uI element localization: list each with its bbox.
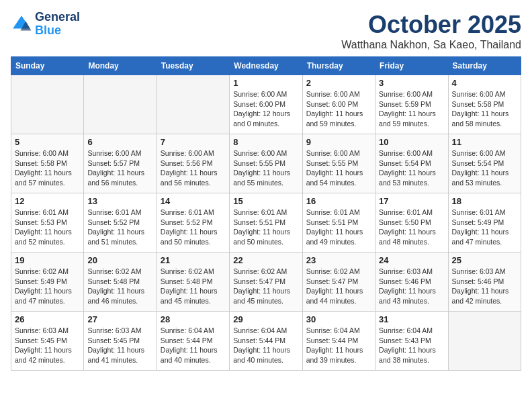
header: General Blue October 2025 Watthana Nakho… bbox=[11, 11, 521, 51]
day-cell: 16Sunrise: 6:01 AMSunset: 5:51 PMDayligh… bbox=[302, 193, 375, 253]
weekday-header-row: SundayMondayTuesdayWednesdayThursdayFrid… bbox=[11, 57, 521, 75]
day-number: 12 bbox=[15, 196, 80, 206]
day-info: Sunrise: 6:00 AMSunset: 6:00 PMDaylight:… bbox=[306, 89, 371, 129]
day-info: Sunrise: 6:00 AMSunset: 5:55 PMDaylight:… bbox=[306, 148, 371, 188]
day-number: 7 bbox=[161, 137, 226, 147]
day-cell bbox=[84, 75, 157, 134]
day-cell: 2Sunrise: 6:00 AMSunset: 6:00 PMDaylight… bbox=[302, 75, 375, 134]
day-cell: 8Sunrise: 6:00 AMSunset: 5:55 PMDaylight… bbox=[230, 134, 302, 193]
day-cell bbox=[448, 312, 521, 371]
day-info: Sunrise: 6:03 AMSunset: 5:45 PMDaylight:… bbox=[87, 326, 152, 365]
day-cell: 27Sunrise: 6:03 AMSunset: 5:45 PMDayligh… bbox=[84, 312, 157, 371]
day-number: 23 bbox=[306, 255, 371, 265]
day-info: Sunrise: 6:04 AMSunset: 5:44 PMDaylight:… bbox=[233, 326, 298, 365]
day-cell: 5Sunrise: 6:00 AMSunset: 5:58 PMDaylight… bbox=[11, 134, 84, 193]
day-number: 25 bbox=[452, 255, 517, 265]
logo-blue: Blue bbox=[35, 24, 80, 38]
day-cell: 1Sunrise: 6:00 AMSunset: 6:00 PMDaylight… bbox=[230, 75, 302, 134]
day-info: Sunrise: 6:00 AMSunset: 5:59 PMDaylight:… bbox=[379, 89, 444, 129]
day-number: 27 bbox=[87, 314, 152, 324]
day-number: 24 bbox=[379, 255, 444, 265]
day-cell: 6Sunrise: 6:00 AMSunset: 5:57 PMDaylight… bbox=[84, 134, 157, 193]
day-info: Sunrise: 6:03 AMSunset: 5:46 PMDaylight:… bbox=[379, 267, 444, 306]
day-number: 1 bbox=[233, 78, 298, 88]
day-cell: 24Sunrise: 6:03 AMSunset: 5:46 PMDayligh… bbox=[375, 253, 448, 312]
day-cell: 23Sunrise: 6:02 AMSunset: 5:47 PMDayligh… bbox=[302, 253, 375, 312]
day-number: 26 bbox=[15, 314, 80, 324]
day-cell: 9Sunrise: 6:00 AMSunset: 5:55 PMDaylight… bbox=[302, 134, 375, 193]
day-number: 11 bbox=[452, 137, 517, 147]
day-number: 8 bbox=[233, 137, 298, 147]
day-info: Sunrise: 6:00 AMSunset: 5:57 PMDaylight:… bbox=[87, 148, 152, 188]
logo-general: General bbox=[35, 11, 80, 24]
day-info: Sunrise: 6:04 AMSunset: 5:44 PMDaylight:… bbox=[161, 326, 226, 365]
logo-text: General Blue bbox=[35, 11, 80, 38]
weekday-header-friday: Friday bbox=[375, 57, 448, 75]
day-info: Sunrise: 6:01 AMSunset: 5:52 PMDaylight:… bbox=[87, 208, 152, 247]
day-cell: 18Sunrise: 6:01 AMSunset: 5:49 PMDayligh… bbox=[448, 193, 521, 253]
day-info: Sunrise: 6:00 AMSunset: 5:55 PMDaylight:… bbox=[233, 148, 298, 188]
day-number: 31 bbox=[379, 314, 444, 324]
day-info: Sunrise: 6:01 AMSunset: 5:53 PMDaylight:… bbox=[15, 208, 80, 247]
day-cell: 22Sunrise: 6:02 AMSunset: 5:47 PMDayligh… bbox=[230, 253, 302, 312]
day-number: 2 bbox=[306, 78, 371, 88]
calendar: SundayMondayTuesdayWednesdayThursdayFrid… bbox=[11, 56, 521, 371]
day-number: 4 bbox=[452, 78, 517, 88]
day-number: 21 bbox=[161, 255, 226, 265]
day-cell: 26Sunrise: 6:03 AMSunset: 5:45 PMDayligh… bbox=[11, 312, 84, 371]
week-row-1: 1Sunrise: 6:00 AMSunset: 6:00 PMDaylight… bbox=[11, 75, 521, 134]
day-cell: 10Sunrise: 6:00 AMSunset: 5:54 PMDayligh… bbox=[375, 134, 448, 193]
day-info: Sunrise: 6:02 AMSunset: 5:48 PMDaylight:… bbox=[87, 267, 152, 306]
day-info: Sunrise: 6:00 AMSunset: 6:00 PMDaylight:… bbox=[233, 89, 298, 129]
day-info: Sunrise: 6:00 AMSunset: 5:56 PMDaylight:… bbox=[161, 148, 226, 188]
day-number: 6 bbox=[87, 137, 152, 147]
day-cell: 11Sunrise: 6:00 AMSunset: 5:54 PMDayligh… bbox=[448, 134, 521, 193]
day-number: 20 bbox=[87, 255, 152, 265]
day-number: 14 bbox=[161, 196, 226, 206]
day-cell: 19Sunrise: 6:02 AMSunset: 5:49 PMDayligh… bbox=[11, 253, 84, 312]
day-cell: 12Sunrise: 6:01 AMSunset: 5:53 PMDayligh… bbox=[11, 193, 84, 253]
day-info: Sunrise: 6:03 AMSunset: 5:46 PMDaylight:… bbox=[452, 267, 517, 306]
day-info: Sunrise: 6:01 AMSunset: 5:50 PMDaylight:… bbox=[379, 208, 444, 247]
day-cell: 14Sunrise: 6:01 AMSunset: 5:52 PMDayligh… bbox=[157, 193, 229, 253]
day-info: Sunrise: 6:03 AMSunset: 5:45 PMDaylight:… bbox=[15, 326, 80, 365]
week-row-5: 26Sunrise: 6:03 AMSunset: 5:45 PMDayligh… bbox=[11, 312, 521, 371]
day-cell: 20Sunrise: 6:02 AMSunset: 5:48 PMDayligh… bbox=[84, 253, 157, 312]
day-cell: 25Sunrise: 6:03 AMSunset: 5:46 PMDayligh… bbox=[448, 253, 521, 312]
month-title: October 2025 bbox=[341, 11, 521, 39]
day-info: Sunrise: 6:04 AMSunset: 5:43 PMDaylight:… bbox=[379, 326, 444, 365]
day-number: 3 bbox=[379, 78, 444, 88]
weekday-header-tuesday: Tuesday bbox=[157, 57, 229, 75]
day-info: Sunrise: 6:01 AMSunset: 5:52 PMDaylight:… bbox=[161, 208, 226, 247]
day-cell: 21Sunrise: 6:02 AMSunset: 5:48 PMDayligh… bbox=[157, 253, 229, 312]
day-cell: 4Sunrise: 6:00 AMSunset: 5:58 PMDaylight… bbox=[448, 75, 521, 134]
day-number: 9 bbox=[306, 137, 371, 147]
day-cell: 7Sunrise: 6:00 AMSunset: 5:56 PMDaylight… bbox=[157, 134, 229, 193]
day-info: Sunrise: 6:01 AMSunset: 5:51 PMDaylight:… bbox=[306, 208, 371, 247]
day-cell: 13Sunrise: 6:01 AMSunset: 5:52 PMDayligh… bbox=[84, 193, 157, 253]
day-info: Sunrise: 6:00 AMSunset: 5:54 PMDaylight:… bbox=[452, 148, 517, 188]
day-info: Sunrise: 6:01 AMSunset: 5:49 PMDaylight:… bbox=[452, 208, 517, 247]
day-cell: 29Sunrise: 6:04 AMSunset: 5:44 PMDayligh… bbox=[230, 312, 302, 371]
day-number: 16 bbox=[306, 196, 371, 206]
day-number: 22 bbox=[233, 255, 298, 265]
day-cell: 30Sunrise: 6:04 AMSunset: 5:44 PMDayligh… bbox=[302, 312, 375, 371]
day-cell: 15Sunrise: 6:01 AMSunset: 5:51 PMDayligh… bbox=[230, 193, 302, 253]
day-info: Sunrise: 6:02 AMSunset: 5:47 PMDaylight:… bbox=[306, 267, 371, 306]
day-number: 10 bbox=[379, 137, 444, 147]
day-cell: 3Sunrise: 6:00 AMSunset: 5:59 PMDaylight… bbox=[375, 75, 448, 134]
day-info: Sunrise: 6:00 AMSunset: 5:58 PMDaylight:… bbox=[452, 89, 517, 129]
weekday-header-saturday: Saturday bbox=[448, 57, 521, 75]
day-number: 15 bbox=[233, 196, 298, 206]
week-row-3: 12Sunrise: 6:01 AMSunset: 5:53 PMDayligh… bbox=[11, 193, 521, 253]
day-cell: 31Sunrise: 6:04 AMSunset: 5:43 PMDayligh… bbox=[375, 312, 448, 371]
day-number: 13 bbox=[87, 196, 152, 206]
day-info: Sunrise: 6:02 AMSunset: 5:47 PMDaylight:… bbox=[233, 267, 298, 306]
day-number: 17 bbox=[379, 196, 444, 206]
weekday-header-sunday: Sunday bbox=[11, 57, 84, 75]
day-number: 28 bbox=[161, 314, 226, 324]
day-cell bbox=[157, 75, 229, 134]
title-area: October 2025 Watthana Nakhon, Sa Kaeo, T… bbox=[341, 11, 521, 51]
day-cell bbox=[11, 75, 84, 134]
day-info: Sunrise: 6:02 AMSunset: 5:48 PMDaylight:… bbox=[161, 267, 226, 306]
